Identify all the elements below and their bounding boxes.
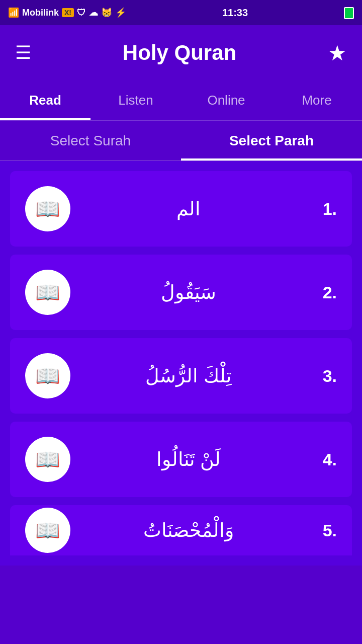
book-icon: 📖 xyxy=(35,281,60,304)
book-icon: 📖 xyxy=(35,448,60,471)
parah-arabic-2: سَيَقُولُ xyxy=(70,281,307,303)
parah-icon-4: 📖 xyxy=(25,437,70,482)
parah-item-2[interactable]: 📖 سَيَقُولُ 2. xyxy=(10,255,352,330)
parah-number-4: 4. xyxy=(307,450,337,469)
tab-online[interactable]: Online xyxy=(181,80,272,120)
header: ☰ Holy Quran ★ xyxy=(0,25,362,80)
parah-number-5: 5. xyxy=(307,521,337,540)
signal-icon: 📶 xyxy=(8,7,19,18)
hamburger-menu-icon[interactable]: ☰ xyxy=(15,42,31,63)
tab-listen[interactable]: Listen xyxy=(90,80,181,120)
parah-arabic-3: تِلْكَ الرُّسُلُ xyxy=(70,365,307,387)
app-title: Holy Quran xyxy=(123,41,236,65)
status-time: 11:33 xyxy=(222,7,248,19)
parah-list: 📖 الم 1. 📖 سَيَقُولُ 2. 📖 تِلْكَ الرُّسُ… xyxy=(0,161,362,566)
parah-icon-3: 📖 xyxy=(25,353,70,398)
parah-icon-1: 📖 xyxy=(25,186,70,231)
parah-number-2: 2. xyxy=(307,283,337,302)
battery-icon xyxy=(344,8,354,18)
cat-icon: 😸 xyxy=(101,7,112,18)
sub-tab-select-surah[interactable]: Select Surah xyxy=(0,121,181,160)
book-icon: 📖 xyxy=(35,197,60,221)
parah-arabic-1: الم xyxy=(70,198,307,220)
carrier-name: Mobilink xyxy=(22,8,59,18)
parah-icon-2: 📖 xyxy=(25,270,70,315)
parah-icon-5: 📖 xyxy=(25,508,70,553)
parah-number-3: 3. xyxy=(307,366,337,386)
xi-badge: X! xyxy=(62,8,74,17)
favorites-star-icon[interactable]: ★ xyxy=(328,41,347,65)
sub-tab-select-parah[interactable]: Select Parah xyxy=(181,121,362,160)
tab-read[interactable]: Read xyxy=(0,80,90,120)
parah-item-4[interactable]: 📖 لَنْ تَنَالُوا 4. xyxy=(10,422,352,497)
sub-tab-bar: Select Surah Select Parah xyxy=(0,121,362,161)
book-icon: 📖 xyxy=(35,519,60,542)
book-icon: 📖 xyxy=(35,364,60,388)
status-bar: 📶 Mobilink X! 🛡 ☁ 😸 ⚡ 11:33 xyxy=(0,0,362,25)
parah-arabic-5: وَالْمُحْصَنَاتُ xyxy=(70,519,307,541)
tab-more[interactable]: More xyxy=(272,80,362,120)
parah-number-1: 1. xyxy=(307,199,337,219)
usb-icon: ⚡ xyxy=(115,7,126,18)
cloud-icon: ☁ xyxy=(89,7,98,18)
parah-item-3[interactable]: 📖 تِلْكَ الرُّسُلُ 3. xyxy=(10,338,352,414)
parah-item-5[interactable]: 📖 وَالْمُحْصَنَاتُ 5. xyxy=(10,505,352,555)
status-left: 📶 Mobilink X! 🛡 ☁ 😸 ⚡ xyxy=(8,7,126,18)
parah-arabic-4: لَنْ تَنَالُوا xyxy=(70,448,307,470)
shield-icon: 🛡 xyxy=(77,8,86,18)
parah-item-1[interactable]: 📖 الم 1. xyxy=(10,171,352,247)
main-tab-bar: Read Listen Online More xyxy=(0,80,362,121)
